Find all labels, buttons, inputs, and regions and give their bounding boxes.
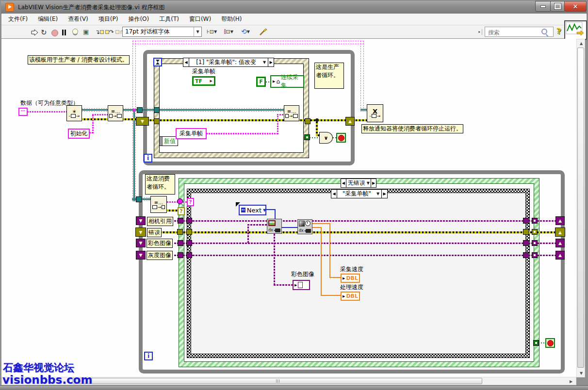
send-notification-node-2[interactable]: ≡… →	[284, 105, 299, 121]
shift-register-error2-left[interactable]: ▼	[135, 228, 146, 237]
search-input[interactable]	[487, 28, 540, 37]
or-function[interactable]: ∨	[319, 132, 333, 144]
vertical-scrollbar-thumb[interactable]	[577, 48, 584, 368]
menu-file[interactable]: 文件(F)	[8, 15, 28, 23]
search-box[interactable]	[485, 27, 554, 37]
acquire-string-wire-h[interactable]	[206, 133, 278, 134]
buffer-mode-enum[interactable]: ↔ Next ▼	[239, 205, 266, 215]
shift-register-gray-left[interactable]: ▼	[136, 251, 146, 260]
shift-register-error2-right[interactable]: ▲	[555, 228, 565, 237]
obtain-notifier-node[interactable]: ∗ -→	[66, 105, 82, 121]
shift-register-color-left[interactable]: ▼	[136, 239, 146, 247]
run-continuous-button[interactable]: ↻	[41, 28, 47, 37]
boolean-terminal[interactable]: TF▶	[192, 76, 215, 86]
proc-speed-wire-h1[interactable]	[312, 227, 321, 228]
case-selector-error[interactable]: ?	[178, 207, 185, 215]
consumer-stop-terminal[interactable]	[545, 338, 555, 348]
acquire-string-constant[interactable]: 采集单帧	[176, 128, 207, 139]
producer-stop-terminal[interactable]	[336, 133, 346, 143]
acquire-string-wire-v[interactable]	[277, 114, 278, 134]
wait-error-wire[interactable]	[167, 210, 178, 211]
distribute-objects-dropdown[interactable]: ⫿⊡▼	[224, 29, 233, 35]
notifier-wire-vertical[interactable]	[132, 111, 136, 201]
clean-up-diagram-button[interactable]	[258, 28, 268, 36]
wait-notification-node[interactable]: ≡… →	[150, 196, 167, 213]
consumer-iteration-terminal[interactable]: i	[144, 352, 153, 360]
notifier-wire-consumer[interactable]	[132, 197, 152, 201]
release-notifier-node[interactable]: X -→	[367, 104, 383, 122]
reorder-dropdown[interactable]: ⟲▼	[241, 28, 250, 35]
step-into-button[interactable]: ↴	[95, 29, 104, 35]
scroll-down-icon[interactable]: ▼	[577, 370, 586, 376]
image-display-wire-h[interactable]	[274, 284, 293, 286]
menu-edit[interactable]: 编辑(E)	[38, 15, 58, 23]
scroll-right-icon[interactable]: ▶	[568, 377, 574, 386]
font-selector[interactable]: 17pt 对话框字体 ▼	[122, 27, 202, 37]
shift-register-color-right[interactable]: ▲	[555, 239, 565, 247]
error-row-wire[interactable]	[193, 231, 523, 233]
init-wire-h2[interactable]	[92, 114, 108, 115]
image-display-wire-v[interactable]	[274, 234, 275, 285]
case-selector-string[interactable]: ?	[187, 198, 194, 206]
resize-grip[interactable]	[577, 378, 585, 385]
retain-wire-values-button[interactable]: ▣	[83, 28, 89, 35]
step-over-button[interactable]: ↷	[105, 29, 114, 35]
init-wire-v[interactable]	[92, 114, 94, 133]
error-wire-in-loop[interactable]	[148, 119, 285, 121]
context-help-button[interactable]: ?	[557, 27, 561, 36]
acq-speed-wire-v[interactable]	[329, 223, 330, 278]
proc-speed-indicator[interactable]: ▶DBL	[341, 292, 360, 301]
align-objects-dropdown[interactable]: ⊦⊡▼	[207, 29, 217, 35]
color-image-wire[interactable]	[193, 243, 523, 244]
continuous-acquire-local[interactable]: ▶ ⌂ 连续采集	[270, 75, 304, 88]
shift-register-camera-right[interactable]: ▲	[555, 216, 565, 225]
menu-help[interactable]: 帮助(H)	[221, 15, 242, 23]
toolbar-overflow-icon[interactable]: ‣	[478, 29, 482, 35]
shift-register-camera-left[interactable]: ▼	[136, 216, 146, 225]
shift-register-gray-right[interactable]: ▲	[555, 251, 565, 260]
image-branch-wire-v[interactable]	[247, 225, 249, 243]
bool-wire-to-or[interactable]	[310, 137, 320, 138]
imaqdx-get-image-node[interactable]: dx	[267, 219, 282, 234]
empty-string-constant[interactable]: ""	[18, 108, 28, 116]
menu-window[interactable]: 窗口(W)	[189, 15, 211, 23]
pause-button[interactable]	[62, 30, 66, 35]
producer-iteration-terminal[interactable]: i	[144, 154, 152, 162]
error-case-selector[interactable]: ◀ 无错误 ▼ ▶	[341, 179, 376, 188]
camera-ref-wire[interactable]	[193, 220, 523, 222]
message-case-selector[interactable]: ◀ "采集单帧" ▼ ▶	[331, 189, 388, 198]
acq-speed-indicator[interactable]: ▶DBL	[341, 274, 360, 283]
shift-register-error-left[interactable]: ▼	[136, 117, 149, 126]
proc-speed-wire-h2[interactable]	[321, 295, 341, 296]
init-string-constant[interactable]: 初始化	[68, 129, 90, 139]
title-bar[interactable]: LabVIEW Vision生产者消费者采集处理图像.vi 程序框图	[1, 1, 587, 14]
color-image-indicator[interactable]: ▶	[293, 280, 310, 290]
enum-wire-v[interactable]	[275, 209, 276, 219]
string-wire[interactable]	[27, 111, 66, 113]
next-case-icon[interactable]: ▶	[268, 58, 274, 66]
menu-operate[interactable]: 操作(O)	[128, 15, 149, 23]
event-structure-selector[interactable]: ◀ [1] "采集单帧": 值改变 ▼ ▶	[183, 58, 274, 67]
node-link-wire[interactable]	[282, 227, 297, 228]
highlight-execution-button[interactable]	[72, 29, 78, 34]
gray-image-wire[interactable]	[193, 255, 523, 256]
abort-button[interactable]	[51, 30, 58, 36]
stop-wire-consumer[interactable]	[539, 342, 545, 343]
error-wire-to-release[interactable]	[354, 119, 368, 121]
vertical-scrollbar[interactable]: ▲ ▼	[576, 39, 585, 377]
error-wire-branch[interactable]	[316, 121, 318, 135]
shift-register-error-right[interactable]: ▲	[345, 117, 355, 126]
minimize-button[interactable]	[535, 1, 551, 12]
close-button[interactable]: ✕	[564, 1, 587, 12]
case-dropdown-icon[interactable]: ▼	[263, 58, 268, 66]
maximize-button[interactable]	[550, 1, 565, 12]
menu-project[interactable]: 项目(P)	[98, 15, 118, 23]
search-icon[interactable]	[541, 29, 547, 34]
enum-dropdown-icon[interactable]: ▼	[263, 208, 266, 212]
scroll-up-icon[interactable]: ▲	[577, 40, 586, 46]
image-branch-wire-h[interactable]	[247, 224, 267, 226]
imaqdx-process-node[interactable]: dx	[297, 219, 312, 234]
acq-speed-wire-h1[interactable]	[312, 223, 330, 224]
proc-speed-wire-v[interactable]	[321, 227, 322, 296]
run-button[interactable]	[30, 28, 39, 37]
